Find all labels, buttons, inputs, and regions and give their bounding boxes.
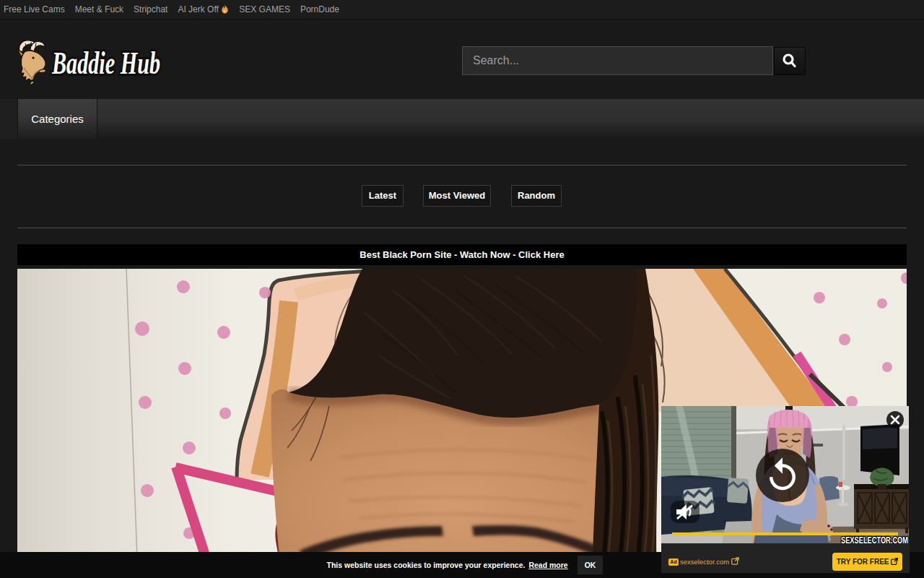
svg-text:Baddie Hub: Baddie Hub	[51, 46, 160, 81]
svg-text:SEXSELECTOR.COM: SEXSELECTOR.COM	[841, 535, 908, 543]
